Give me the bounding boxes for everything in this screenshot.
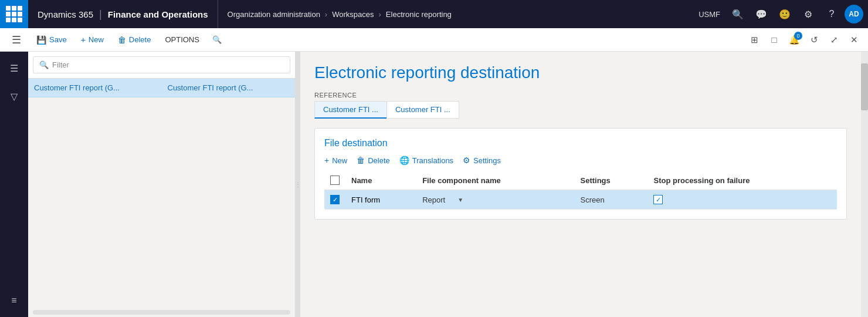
filter-sidebar-icon[interactable]: ▽ <box>2 85 26 108</box>
list-area: Customer FTI report (G... Customer FTI r… <box>28 79 295 308</box>
options-button[interactable]: OPTIONS <box>159 33 205 46</box>
close-icon[interactable]: ✕ <box>845 31 863 49</box>
help-icon-btn[interactable]: ? <box>821 4 842 25</box>
reference-tab-1[interactable]: Customer FTI ... <box>314 101 386 119</box>
delete-label: Delete <box>129 35 151 44</box>
new-icon: + <box>81 35 86 45</box>
filter-search-icon: 🔍 <box>39 60 49 69</box>
row-check-cell[interactable]: ✓ <box>324 190 345 210</box>
file-component-select-wrapper: Report ▼ <box>422 195 568 204</box>
user-avatar[interactable]: AD <box>845 5 863 23</box>
new-label: New <box>89 35 104 44</box>
sidebar-icons: ☰ ▽ ≡ <box>0 52 28 317</box>
inner-new-button[interactable]: + New <box>324 156 347 165</box>
dynamics365-label[interactable]: Dynamics 365 <box>38 9 93 19</box>
app-separator: | <box>99 8 102 21</box>
list-cell-2: Customer FTI report (G... <box>162 79 296 97</box>
table-header-row: Name File component name Settings Stop p… <box>324 171 837 190</box>
main-toolbar: ☰ 💾 Save + New 🗑 Delete OPTIONS 🔍 ⊞ □ 🔔0… <box>0 28 868 52</box>
app-name-section: Dynamics 365 | Finance and Operations <box>28 0 218 28</box>
top-nav-right: USMF 🔍 💬 🙂 ⚙ ? AD <box>694 4 868 25</box>
table-header-name: Name <box>345 171 416 190</box>
reference-tab-2[interactable]: Customer FTI ... <box>386 101 459 119</box>
company-label[interactable]: USMF <box>694 10 725 19</box>
stop-checkbox[interactable]: ✓ <box>653 195 663 204</box>
delete-icon: 🗑 <box>118 35 126 45</box>
breadcrumb-sep2: › <box>379 10 381 19</box>
row-stop-cell[interactable]: ✓ <box>647 190 837 210</box>
finance-operations-label: Finance and Operations <box>108 9 208 19</box>
pin-icon[interactable]: ⊞ <box>745 31 764 49</box>
open-icon[interactable]: ⤢ <box>825 31 843 49</box>
refresh-icon[interactable]: ↺ <box>805 31 823 49</box>
list-icon[interactable]: ≡ <box>2 289 26 312</box>
breadcrumb-er[interactable]: Electronic reporting <box>386 10 452 19</box>
toolbar-right-icons: ⊞ □ 🔔0 ↺ ⤢ ✕ <box>745 31 863 49</box>
scrollbar-thumb <box>861 63 868 110</box>
menu-icon[interactable]: ☰ <box>2 56 26 80</box>
save-label: Save <box>49 35 67 44</box>
chat-icon-btn[interactable]: 💬 <box>751 4 772 25</box>
file-component-select[interactable]: Report <box>422 195 455 204</box>
smiley-icon-btn[interactable]: 🙂 <box>774 4 795 25</box>
reference-label: Reference <box>314 92 847 99</box>
reference-tabs: Customer FTI ... Customer FTI ... <box>314 101 847 119</box>
reference-section: Reference Customer FTI ... Customer FTI … <box>314 92 847 119</box>
panel-icon[interactable]: □ <box>765 31 784 49</box>
search-icon-btn[interactable]: 🔍 <box>727 4 748 25</box>
table-header-settings: Settings <box>574 171 647 190</box>
inner-toolbar: + New 🗑 Delete 🌐 Translations ⚙ Settings <box>324 156 837 165</box>
row-file-component-cell[interactable]: Report ▼ <box>416 190 574 210</box>
table-header-stop: Stop processing on failure <box>647 171 837 190</box>
inner-settings-button[interactable]: ⚙ Settings <box>463 156 501 165</box>
settings-icon-btn[interactable]: ⚙ <box>798 4 819 25</box>
breadcrumb-workspaces[interactable]: Workspaces <box>332 10 374 19</box>
save-icon: 💾 <box>36 35 46 45</box>
right-content: Electronic reporting destination Referen… <box>300 52 861 317</box>
list-item[interactable]: Customer FTI report (G... Customer FTI r… <box>28 79 295 97</box>
header-checkbox[interactable] <box>330 176 340 185</box>
table-row[interactable]: ✓ FTI form Report ▼ Screen <box>324 190 837 210</box>
page-title: Electronic reporting destination <box>314 63 847 82</box>
select-caret-icon: ▼ <box>457 197 463 203</box>
file-destination-box: File destination + New 🗑 Delete 🌐 Transl… <box>314 128 847 220</box>
top-navigation: Dynamics 365 | Finance and Operations Or… <box>0 0 868 28</box>
right-scrollbar[interactable] <box>861 52 868 317</box>
table-header-file-component: File component name <box>416 171 574 190</box>
new-button[interactable]: + New <box>75 33 110 47</box>
waffle-icon <box>6 6 22 22</box>
notification-icon[interactable]: 🔔0 <box>785 31 803 49</box>
inner-translations-label: Translations <box>412 156 453 165</box>
row-settings-cell: Screen <box>574 190 647 210</box>
list-cell-1: Customer FTI report (G... <box>28 79 162 97</box>
delete-button[interactable]: 🗑 Delete <box>112 33 157 47</box>
file-destination-table: Name File component name Settings Stop p… <box>324 171 837 210</box>
inner-settings-label: Settings <box>473 156 501 165</box>
inner-new-label: New <box>332 156 347 165</box>
inner-translations-button[interactable]: 🌐 Translations <box>399 156 453 165</box>
breadcrumb-org[interactable]: Organization administration <box>228 10 320 19</box>
inner-delete-icon: 🗑 <box>357 156 365 165</box>
main-layout: ☰ ▽ ≡ 🔍 Filter Customer FTI report (G...… <box>0 52 868 317</box>
file-destination-title: File destination <box>324 138 837 149</box>
row-checkbox-selected[interactable]: ✓ <box>330 195 340 204</box>
horizontal-scrollbar[interactable] <box>33 310 290 315</box>
row-name-cell: FTI form <box>345 190 416 210</box>
filter-bar: 🔍 Filter <box>28 52 295 79</box>
nav-toggle-icon[interactable]: ☰ <box>5 28 28 52</box>
breadcrumb-sep1: › <box>325 10 327 19</box>
app-logo[interactable] <box>0 0 28 28</box>
resize-handle[interactable]: ⋮ <box>296 52 300 317</box>
filter-input[interactable]: 🔍 Filter <box>33 56 290 73</box>
toolbar-search-icon[interactable]: 🔍 <box>212 35 222 44</box>
inner-delete-label: Delete <box>368 156 390 165</box>
breadcrumb: Organization administration › Workspaces… <box>218 10 461 19</box>
inner-new-icon: + <box>324 156 329 165</box>
table-header-check <box>324 171 345 190</box>
inner-translations-icon: 🌐 <box>399 156 409 165</box>
inner-settings-icon: ⚙ <box>463 156 470 165</box>
left-panel: 🔍 Filter Customer FTI report (G... Custo… <box>28 52 296 317</box>
filter-placeholder: Filter <box>52 60 69 69</box>
inner-delete-button[interactable]: 🗑 Delete <box>357 156 390 165</box>
save-button[interactable]: 💾 Save <box>30 33 73 47</box>
